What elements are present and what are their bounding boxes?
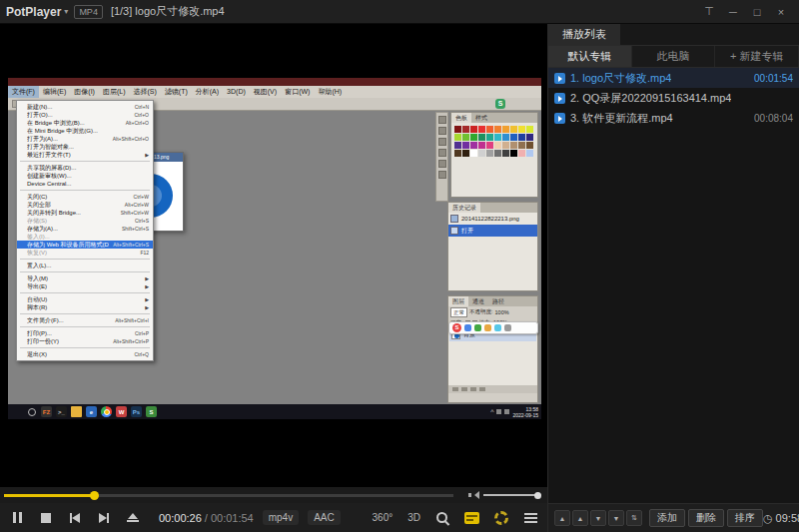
player-area: 文件(F)编辑(E)图像(I)图层(L)选择(S)滤镜(T)分析(A)3D(D)… bbox=[0, 24, 547, 532]
maximize-button[interactable]: □ bbox=[745, 3, 769, 21]
color-swatch bbox=[486, 142, 493, 149]
cs-live-icon: S bbox=[495, 99, 505, 109]
menu-button[interactable] bbox=[523, 508, 537, 528]
history-thumb bbox=[450, 215, 458, 223]
menu-item: 脚本(R)▶ bbox=[17, 303, 153, 311]
minimize-button[interactable]: ─ bbox=[721, 3, 745, 21]
subtitle-search-button[interactable] bbox=[435, 511, 449, 525]
stop-button[interactable] bbox=[39, 508, 53, 528]
sogou-logo: S bbox=[452, 323, 461, 332]
color-swatch bbox=[494, 134, 501, 141]
color-swatch bbox=[478, 134, 485, 141]
menu-item: 恢复(V)F12 bbox=[17, 249, 153, 257]
playlist-action-button-1[interactable]: 删除 bbox=[688, 509, 724, 527]
playlist-item-duration: 00:01:54 bbox=[754, 73, 793, 84]
previous-button[interactable] bbox=[68, 508, 82, 528]
ps-opacity-value: 100% bbox=[495, 309, 509, 315]
album-tab-2[interactable]: + 新建专辑 bbox=[715, 46, 799, 67]
taskbar-app-icon: S bbox=[146, 406, 157, 417]
windows-start-icon bbox=[11, 406, 22, 417]
album-tab-1[interactable]: 此电脑 bbox=[632, 46, 716, 67]
next-button[interactable] bbox=[97, 508, 111, 528]
volume-slider[interactable] bbox=[483, 494, 541, 496]
history-label: 打开 bbox=[461, 227, 473, 236]
menu-separator bbox=[20, 292, 150, 293]
color-swatch bbox=[510, 150, 517, 157]
taskbar-clock: 13:58 2022-09-15 bbox=[512, 406, 538, 418]
open-media-button[interactable] bbox=[126, 508, 140, 528]
media-file-icon bbox=[554, 93, 565, 104]
menu-item-shortcut: Ctrl+P bbox=[135, 330, 149, 336]
playlist-action-button-0[interactable]: 添加 bbox=[649, 509, 685, 527]
ps-menu-item: 编辑(E) bbox=[39, 86, 70, 98]
sogou-icon bbox=[474, 324, 481, 331]
seek-bar[interactable] bbox=[4, 494, 453, 497]
menu-item-shortcut: ▶ bbox=[145, 304, 149, 310]
menu-item-label: 打印一份(Y) bbox=[27, 337, 109, 346]
color-swatch bbox=[470, 126, 477, 133]
menu-separator bbox=[20, 190, 150, 191]
always-on-top-button[interactable]: ⊤ bbox=[697, 3, 721, 21]
playlist-header-tab[interactable]: 播放列表 bbox=[548, 24, 620, 45]
menu-item: 置入(L)... bbox=[17, 262, 153, 269]
play-pause-button[interactable] bbox=[10, 508, 24, 528]
settings-button[interactable] bbox=[494, 511, 508, 525]
taskbar-tray: ^ 13:58 2022-09-15 bbox=[490, 406, 538, 418]
sogou-icons bbox=[464, 324, 511, 331]
panel-dock-icon bbox=[438, 149, 446, 157]
color-swatch bbox=[462, 150, 469, 157]
playlist-action-button-2[interactable]: 排序 bbox=[727, 509, 763, 527]
menu-item: 最近打开文件(T)▶ bbox=[17, 151, 153, 159]
menu-item-shortcut: Alt+Shift+Ctrl+S bbox=[113, 242, 149, 248]
taskbar-app-icon: FZ bbox=[41, 406, 52, 417]
seek-handle[interactable] bbox=[90, 491, 99, 500]
color-swatch bbox=[486, 150, 493, 157]
stereo-3d-button[interactable]: 3D bbox=[407, 512, 420, 523]
volume-handle[interactable] bbox=[534, 492, 541, 499]
playlist-item[interactable]: 2. QQ录屏20220915163414.mp4 bbox=[548, 88, 799, 108]
playlist-move-button-4[interactable]: ⇅ bbox=[626, 510, 642, 526]
color-swatch bbox=[478, 126, 485, 133]
ps-layers-footer bbox=[448, 385, 537, 393]
ps-swatch-grid bbox=[451, 123, 537, 197]
color-swatch bbox=[462, 142, 469, 149]
panel-tab: 路径 bbox=[488, 296, 508, 306]
ps-layer-list: 背景 bbox=[448, 327, 537, 385]
sogou-icon bbox=[494, 324, 501, 331]
video-display[interactable]: 文件(F)编辑(E)图像(I)图层(L)选择(S)滤镜(T)分析(A)3D(D)… bbox=[0, 24, 547, 487]
rotate-360-button[interactable]: 360° bbox=[373, 512, 394, 523]
ps-history-tabs: 历史记录 bbox=[448, 203, 537, 213]
speaker-icon[interactable] bbox=[468, 490, 478, 500]
clock-time: 09:58 bbox=[776, 512, 799, 524]
panel-dock-icon bbox=[438, 116, 446, 124]
close-button[interactable]: × bbox=[769, 3, 793, 21]
subtitle-button[interactable] bbox=[464, 512, 479, 524]
menu-item-shortcut: Shift+Ctrl+W bbox=[121, 210, 149, 216]
taskbar-search-icon bbox=[26, 406, 37, 417]
playlist-panel: 播放列表 默认专辑此电脑+ 新建专辑 1. logo尺寸修改.mp400:01:… bbox=[547, 24, 799, 532]
titlebar[interactable]: PotPlayer ▾ MP4 [1/3] logo尺寸修改.mp4 ⊤ ─ □… bbox=[0, 0, 799, 24]
ps-swatches-tabs: 色板样式 bbox=[451, 113, 537, 123]
playlist-move-button-1[interactable]: ▲ bbox=[572, 510, 588, 526]
potplayer-window: PotPlayer ▾ MP4 [1/3] logo尺寸修改.mp4 ⊤ ─ □… bbox=[0, 0, 799, 532]
playlist-item[interactable]: 3. 软件更新流程.mp400:08:04 bbox=[548, 108, 799, 128]
menu-item-label: 脚本(R) bbox=[27, 303, 141, 312]
color-swatch bbox=[494, 150, 501, 157]
playlist-move-button-0[interactable]: ▲ bbox=[554, 510, 570, 526]
chevron-down-icon[interactable]: ▾ bbox=[64, 7, 68, 16]
ps-menu-item: 图层(L) bbox=[99, 86, 130, 98]
menu-item-shortcut: F12 bbox=[140, 250, 149, 256]
album-tab-0[interactable]: 默认专辑 bbox=[548, 46, 632, 67]
playlist-item[interactable]: 1. logo尺寸修改.mp400:01:54 bbox=[548, 68, 799, 88]
taskbar-app-icon: Ps bbox=[131, 406, 142, 417]
time-total: 00:01:54 bbox=[211, 512, 254, 524]
playlist-move-button-2[interactable]: ▼ bbox=[590, 510, 606, 526]
ps-menubar: 文件(F)编辑(E)图像(I)图层(L)选择(S)滤镜(T)分析(A)3D(D)… bbox=[8, 86, 541, 98]
playlist-move-button-3[interactable]: ▼ bbox=[608, 510, 624, 526]
menu-item-shortcut: Alt+Ctrl+W bbox=[125, 202, 149, 208]
color-swatch bbox=[462, 134, 469, 141]
taskbar-app-icon: >_ bbox=[56, 406, 67, 417]
app-title: PotPlayer bbox=[6, 5, 61, 19]
time-display: 00:00:26/00:01:54 bbox=[159, 512, 254, 524]
video-codec-badge: mp4v bbox=[263, 510, 299, 525]
